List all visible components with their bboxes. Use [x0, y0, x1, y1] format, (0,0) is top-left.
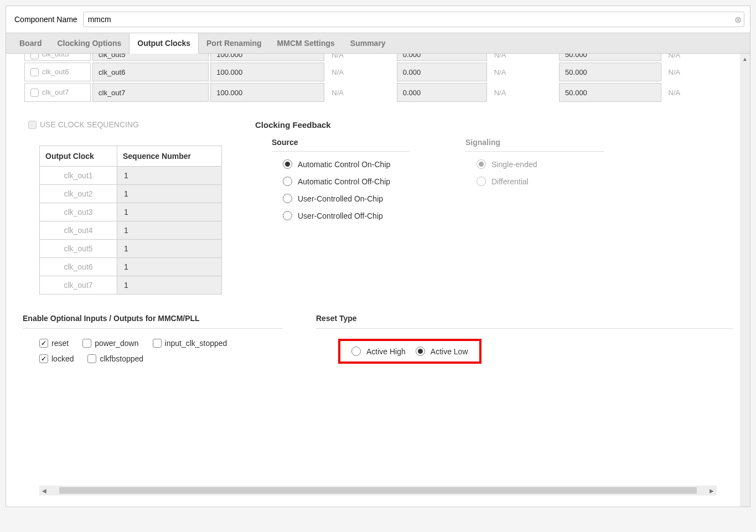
seq-row: clk_out31 [40, 203, 222, 221]
clk-na: N/A [326, 63, 395, 81]
tab-port-renaming[interactable]: Port Renaming [199, 33, 270, 53]
seq-clk-label: clk_out5 [40, 240, 117, 258]
clk-port-name[interactable]: clk_out6 [92, 63, 209, 81]
clk-row: clk_out6clk_out6100.000N/A0.000N/A50.000… [24, 63, 732, 81]
clk-freq[interactable]: 100.000 [210, 63, 324, 81]
clk-row: clk_out5clk_out5100.000N/A0.000N/A50.000… [24, 54, 732, 61]
seq-row: clk_out51 [40, 240, 222, 258]
tab-content: clk_out5clk_out5100.000N/A0.000N/A50.000… [6, 54, 750, 507]
opt-check-locked[interactable]: locked [39, 354, 74, 363]
clocking-feedback-title: Clocking Feedback [255, 120, 733, 130]
seq-clk-label: clk_out2 [40, 185, 117, 203]
seq-row: clk_out11 [40, 167, 222, 185]
enable-optional-title: Enable Optional Inputs / Outputs for MMC… [23, 314, 283, 329]
clk-na: N/A [489, 83, 557, 102]
clk-phase[interactable]: 0.000 [397, 83, 487, 102]
output-clocks-table: clk_out5clk_out5100.000N/A0.000N/A50.000… [23, 54, 733, 104]
seq-header: Sequence Number [117, 146, 222, 167]
opt-check-clkfbstopped[interactable]: clkfbstopped [87, 354, 143, 363]
clk-na: N/A [489, 63, 557, 81]
seq-number-input[interactable]: 1 [117, 240, 222, 258]
scroll-up-icon[interactable]: ▲ [740, 54, 750, 64]
tab-bar: BoardClocking OptionsOutput ClocksPort R… [6, 33, 750, 54]
source-radio-3[interactable]: User-Controlled Off-Chip [283, 211, 410, 220]
opt-check-reset[interactable]: reset [39, 339, 69, 348]
tab-mmcm-settings[interactable]: MMCM Settings [270, 33, 343, 53]
component-name-label: Component Name [14, 15, 77, 24]
signaling-radio-1: Differential [477, 177, 604, 186]
clk-enable-checkbox[interactable]: clk_out6 [24, 63, 91, 81]
source-radio-0[interactable]: Automatic Control On-Chip [283, 159, 410, 169]
seq-number-input[interactable]: 1 [117, 258, 222, 276]
seq-row: clk_out61 [40, 258, 222, 276]
source-radio-1[interactable]: Automatic Control Off-Chip [283, 177, 410, 186]
seq-row: clk_out21 [40, 185, 222, 203]
clk-na: N/A [663, 54, 732, 61]
clk-phase[interactable]: 0.000 [397, 63, 487, 81]
seq-clk-label: clk_out1 [40, 167, 117, 185]
tab-summary[interactable]: Summary [343, 33, 393, 53]
clk-duty[interactable]: 50.000 [559, 63, 661, 81]
seq-number-input[interactable]: 1 [117, 185, 222, 203]
clk-duty[interactable]: 50.000 [559, 54, 661, 61]
opt-check-input_clk_stopped[interactable]: input_clk_stopped [153, 339, 227, 348]
opt-check-power_down[interactable]: power_down [82, 339, 138, 348]
use-clock-sequencing-checkbox[interactable]: USE CLOCK SEQUENCING [23, 120, 227, 129]
source-radio-2[interactable]: User-Controlled On-Chip [283, 194, 410, 203]
ip-config-window: Component Name ⊗ BoardClocking OptionsOu… [6, 6, 750, 507]
source-title: Source [272, 138, 410, 152]
seq-number-input[interactable]: 1 [117, 221, 222, 240]
tab-output-clocks[interactable]: Output Clocks [129, 33, 199, 54]
clk-freq[interactable]: 100.000 [210, 54, 324, 61]
signaling-radio-0: Single-ended [477, 159, 604, 169]
horizontal-scrollbar[interactable]: ◀ ▶ [39, 485, 717, 495]
clk-na: N/A [663, 83, 732, 102]
sequence-table: Output ClockSequence Numberclk_out11clk_… [39, 146, 222, 295]
seq-number-input[interactable]: 1 [117, 167, 222, 185]
reset-type-highlight: Active HighActive Low [338, 339, 481, 364]
tab-clocking-options[interactable]: Clocking Options [49, 33, 129, 53]
reset-type-title: Reset Type [316, 314, 733, 329]
clk-enable-checkbox[interactable]: clk_out5 [24, 54, 91, 61]
clk-port-name[interactable]: clk_out7 [92, 83, 209, 102]
signaling-title: Signaling [465, 138, 604, 152]
reset-radio-active-low[interactable]: Active Low [416, 347, 468, 356]
seq-number-input[interactable]: 1 [117, 276, 222, 295]
clk-phase[interactable]: 0.000 [397, 54, 487, 61]
clk-na: N/A [663, 63, 732, 81]
vertical-scrollbar[interactable]: ▲ [740, 54, 750, 507]
clk-na: N/A [326, 83, 395, 102]
seq-clk-label: clk_out3 [40, 203, 117, 221]
scroll-right-icon[interactable]: ▶ [707, 485, 717, 495]
component-name-input[interactable] [83, 12, 744, 27]
clk-freq[interactable]: 100.000 [210, 83, 324, 102]
clk-port-name[interactable]: clk_out5 [92, 54, 209, 61]
seq-header: Output Clock [40, 146, 117, 167]
tab-board[interactable]: Board [12, 33, 49, 53]
seq-row: clk_out41 [40, 221, 222, 240]
clk-enable-checkbox[interactable]: clk_out7 [24, 83, 91, 102]
use-clock-seq-label: USE CLOCK SEQUENCING [40, 120, 139, 129]
seq-row: clk_out71 [40, 276, 222, 295]
scroll-left-icon[interactable]: ◀ [39, 485, 49, 495]
seq-number-input[interactable]: 1 [117, 203, 222, 221]
seq-clk-label: clk_out4 [40, 221, 117, 240]
seq-clk-label: clk_out6 [40, 258, 117, 276]
seq-clk-label: clk_out7 [40, 276, 117, 295]
clk-na: N/A [489, 54, 557, 61]
reset-radio-active-high[interactable]: Active High [351, 347, 406, 356]
clk-duty[interactable]: 50.000 [559, 83, 661, 102]
clear-icon[interactable]: ⊗ [734, 14, 742, 25]
component-name-row: Component Name ⊗ [6, 6, 750, 33]
clk-na: N/A [326, 54, 395, 61]
clk-row: clk_out7clk_out7100.000N/A0.000N/A50.000… [24, 83, 732, 102]
